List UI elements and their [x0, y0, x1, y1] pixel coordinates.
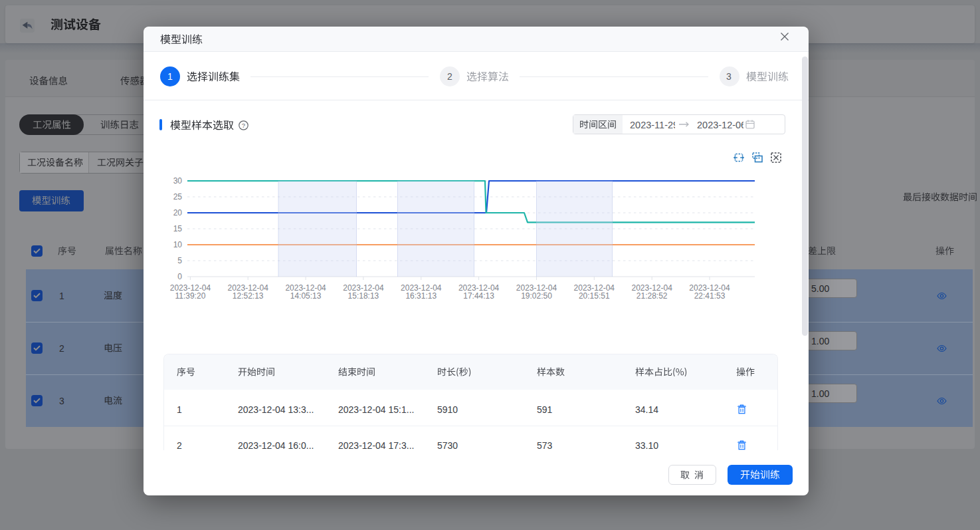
svg-text:21:28:52: 21:28:52 [637, 291, 668, 301]
svg-text:22:41:53: 22:41:53 [694, 291, 726, 301]
svg-text:25: 25 [173, 192, 183, 201]
svg-text:17:44:13: 17:44:13 [463, 291, 494, 301]
svg-text:5: 5 [177, 256, 182, 265]
svg-text:30: 30 [173, 176, 183, 186]
svg-text:19:02:50: 19:02:50 [521, 291, 552, 301]
svg-text:11:39:20: 11:39:20 [175, 291, 205, 301]
svg-text:?: ? [242, 122, 245, 129]
svg-text:20:15:51: 20:15:51 [579, 291, 610, 301]
svg-text:14:05:13: 14:05:13 [290, 291, 322, 301]
svg-text:15:18:13: 15:18:13 [348, 291, 379, 301]
svg-text:12:52:13: 12:52:13 [233, 291, 264, 301]
svg-text:10: 10 [173, 240, 183, 249]
svg-text:20: 20 [173, 208, 183, 217]
svg-text:16:31:13: 16:31:13 [405, 291, 437, 301]
svg-text:0: 0 [177, 272, 182, 281]
svg-text:15: 15 [173, 224, 183, 233]
